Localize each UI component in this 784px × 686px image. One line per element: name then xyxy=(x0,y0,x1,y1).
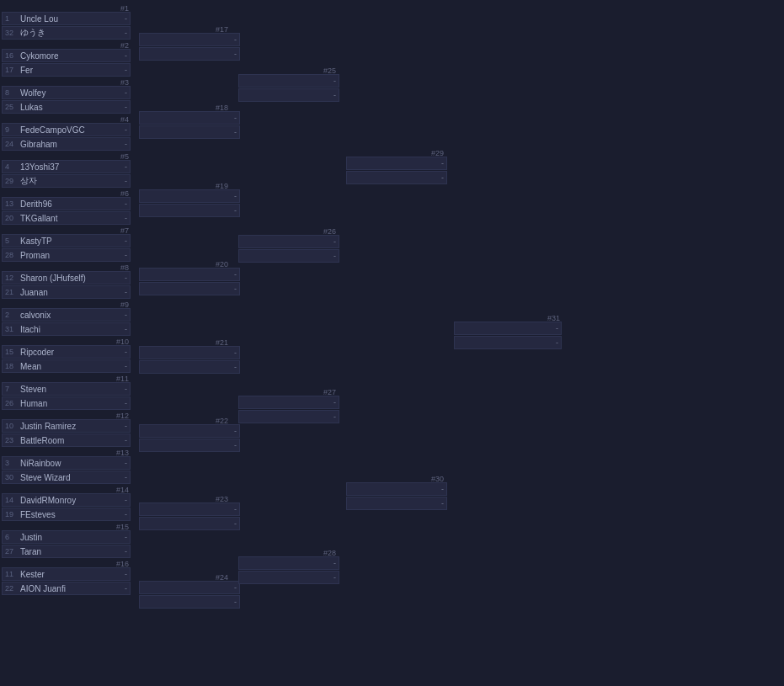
player-slot[interactable]: 25Lukas- xyxy=(2,100,131,114)
match-block: #25-- xyxy=(238,66,339,103)
match-id: #31 xyxy=(454,313,563,322)
match-id: #17 xyxy=(139,24,232,33)
player-slot[interactable]: - xyxy=(346,497,447,510)
match-id: #14 xyxy=(2,485,132,493)
player-slot[interactable]: 32ゆうき- xyxy=(2,26,131,40)
match-id: #26 xyxy=(238,226,339,235)
player-slot[interactable]: - xyxy=(238,88,339,102)
player-slot[interactable]: 28Proman- xyxy=(2,248,131,262)
player-slot[interactable]: - xyxy=(139,517,240,530)
match-block: #21-- xyxy=(139,338,232,375)
player-slot[interactable]: 15Ripcoder- xyxy=(2,345,131,359)
player-slot[interactable]: 413Yoshi37- xyxy=(2,160,131,173)
player-slot[interactable]: 27Taran- xyxy=(2,545,131,558)
match-block: #26-- xyxy=(238,226,339,263)
match-id: #28 xyxy=(238,548,339,556)
player-name: FEsteves xyxy=(20,510,123,519)
player-name: Lukas xyxy=(20,103,123,112)
player-slot[interactable]: - xyxy=(139,595,240,609)
player-slot[interactable]: - xyxy=(139,125,240,139)
score: - xyxy=(125,399,127,407)
player-slot[interactable]: - xyxy=(238,410,339,423)
player-slot[interactable]: - xyxy=(238,249,339,263)
player-slot[interactable]: 20TKGallant- xyxy=(2,211,131,225)
match-id: #15 xyxy=(2,522,132,530)
seed-label: 11 xyxy=(5,570,20,578)
score: - xyxy=(125,436,127,444)
player-slot[interactable]: - xyxy=(139,581,240,594)
score: - xyxy=(556,338,558,347)
player-slot[interactable]: - xyxy=(238,396,339,409)
player-slot[interactable]: - xyxy=(139,360,240,374)
player-slot[interactable]: - xyxy=(139,439,240,452)
player-slot[interactable]: 31Itachi- xyxy=(2,322,131,336)
player-name: Mean xyxy=(20,362,123,371)
player-name: Proman xyxy=(20,251,123,260)
player-slot[interactable]: - xyxy=(238,74,339,88)
match-id: #7 xyxy=(2,226,132,234)
player-slot[interactable]: - xyxy=(139,189,240,203)
player-slot[interactable]: - xyxy=(346,482,447,496)
player-slot[interactable]: 6Justin- xyxy=(2,530,131,544)
player-slot[interactable]: - xyxy=(139,33,240,46)
player-slot[interactable]: 30Steve Wizard- xyxy=(2,471,131,484)
player-slot[interactable]: 9FedeCampoVGC- xyxy=(2,123,131,136)
player-slot[interactable]: 24Gibraham- xyxy=(2,137,131,151)
player-slot[interactable]: - xyxy=(139,503,240,516)
player-slot[interactable]: - xyxy=(139,424,240,438)
score: - xyxy=(125,29,127,37)
player-name: calvonix xyxy=(20,311,123,320)
player-slot[interactable]: - xyxy=(139,47,240,61)
player-slot[interactable]: 26Human- xyxy=(2,396,131,410)
player-slot[interactable]: 7Steven- xyxy=(2,382,131,396)
player-slot[interactable]: 11Kester- xyxy=(2,567,131,581)
score: - xyxy=(125,88,127,97)
player-slot[interactable]: - xyxy=(346,157,447,170)
player-slot[interactable]: 3NiRainbow- xyxy=(2,456,131,470)
player-slot[interactable]: - xyxy=(139,346,240,359)
match-id: #24 xyxy=(139,572,232,581)
match-block: #613Derith96-20TKGallant- xyxy=(2,189,132,226)
match-id: #30 xyxy=(346,474,447,482)
seed-label: 23 xyxy=(5,436,20,444)
match-id: #6 xyxy=(2,189,132,197)
player-slot[interactable]: - xyxy=(238,235,339,248)
match-id: #8 xyxy=(2,263,132,271)
seed-label: 17 xyxy=(5,66,20,74)
player-slot[interactable]: 1Uncle Lou- xyxy=(2,12,131,25)
player-name: Sharon (JHufself) xyxy=(20,274,123,283)
player-slot[interactable]: - xyxy=(346,171,447,184)
score: - xyxy=(125,362,127,370)
player-slot[interactable]: - xyxy=(454,336,562,349)
player-slot[interactable]: 5KastyTP- xyxy=(2,234,131,247)
player-slot[interactable]: - xyxy=(139,204,240,217)
player-slot[interactable]: 22AION Juanfi- xyxy=(2,582,131,595)
player-slot[interactable]: 14DavidRMonroy- xyxy=(2,493,131,507)
seed-label: 30 xyxy=(5,473,20,481)
player-slot[interactable]: - xyxy=(454,322,562,335)
player-slot[interactable]: 16Cykomore- xyxy=(2,49,131,62)
player-slot[interactable]: 19FEsteves- xyxy=(2,508,131,521)
player-slot[interactable]: 10Justin Ramirez- xyxy=(2,419,131,433)
player-slot[interactable]: 23BattleRoom- xyxy=(2,433,131,447)
score: - xyxy=(125,473,127,481)
seed-label: 32 xyxy=(5,29,20,37)
player-slot[interactable]: 13Derith96- xyxy=(2,197,131,210)
player-slot[interactable]: - xyxy=(139,282,240,295)
player-slot[interactable]: 17Fer- xyxy=(2,63,131,77)
match-id: #4 xyxy=(2,114,132,123)
player-slot[interactable]: 12Sharon (JHufself)- xyxy=(2,271,131,285)
player-slot[interactable]: 8Wolfey- xyxy=(2,86,131,99)
player-name: Itachi xyxy=(20,325,123,334)
player-slot[interactable]: - xyxy=(238,556,339,570)
player-slot[interactable]: - xyxy=(139,268,240,281)
player-slot[interactable]: 21Juanan- xyxy=(2,285,131,299)
player-slot[interactable]: 2calvonix- xyxy=(2,308,131,322)
player-slot[interactable]: 29상자- xyxy=(2,174,131,188)
bracket-container: #11Uncle Lou-32ゆうき-#216Cykomore-17Fer-#3… xyxy=(0,0,784,613)
player-name: 13Yoshi37 xyxy=(20,162,123,172)
player-slot[interactable]: - xyxy=(238,571,339,584)
player-slot[interactable]: - xyxy=(139,111,240,125)
player-slot[interactable]: 18Mean- xyxy=(2,359,131,373)
player-name: Steve Wizard xyxy=(20,473,123,482)
